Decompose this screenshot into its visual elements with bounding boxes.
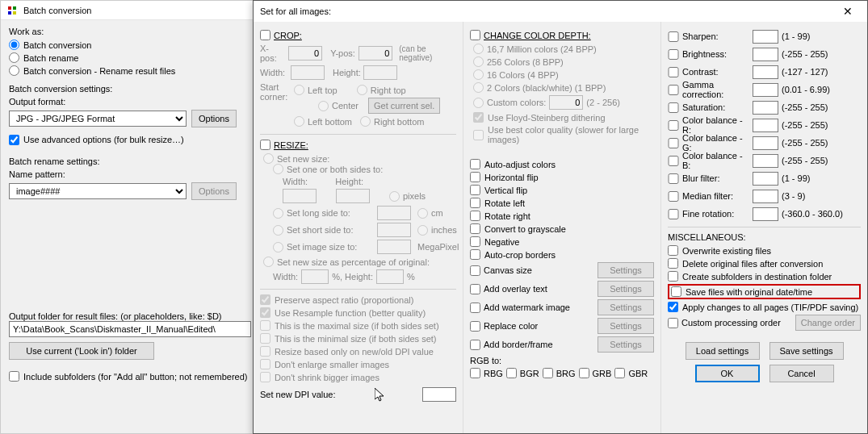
radio-16-colors (473, 69, 484, 80)
auto-crop-checkbox[interactable] (470, 249, 480, 260)
radio-batch-conversion[interactable] (9, 40, 19, 50)
gbr-checkbox[interactable] (614, 368, 625, 378)
adj-checkbox-1[interactable] (668, 49, 679, 60)
include-subfolders-checkbox[interactable] (9, 371, 19, 382)
svg-rect-0 (8, 6, 11, 10)
window-title: Batch conversion (23, 6, 91, 15)
radio-right-top (357, 85, 367, 95)
adj-checkbox-8[interactable] (668, 173, 679, 184)
output-folder-input[interactable] (9, 321, 251, 337)
adj-value-4[interactable] (753, 101, 778, 115)
adj-value-5[interactable] (753, 119, 778, 132)
dpi-resize-checkbox (260, 346, 270, 357)
adj-checkbox-9[interactable] (668, 191, 679, 202)
radio-16m-colors (473, 44, 484, 54)
rotate-right-checkbox[interactable] (470, 211, 480, 221)
overlay-text-checkbox[interactable] (470, 284, 480, 294)
radio-right-bottom (360, 116, 371, 127)
cancel-button[interactable]: Cancel (769, 365, 834, 382)
brg-checkbox[interactable] (543, 368, 553, 378)
adj-value-0[interactable] (753, 30, 778, 44)
long-side-input (377, 206, 411, 220)
radio-batch-rename[interactable] (9, 52, 19, 63)
adjustment-row: Sharpen:(1 - 99) (668, 28, 861, 44)
apply-all-pages-checkbox[interactable] (668, 302, 678, 312)
ypos-input (359, 46, 392, 61)
adjustment-row: Median filter:(3 - 9) (668, 188, 861, 204)
negative-checkbox[interactable] (470, 236, 480, 247)
adj-checkbox-10[interactable] (668, 209, 679, 219)
crop-checkbox[interactable] (260, 30, 270, 40)
border-settings-button: Settings (598, 336, 654, 353)
save-original-date-checkbox[interactable] (671, 286, 681, 297)
advanced-options-checkbox[interactable] (9, 135, 19, 145)
adj-value-3[interactable] (753, 83, 778, 97)
radio-set-short (273, 225, 283, 236)
custom-order-checkbox[interactable] (668, 318, 678, 328)
resize-width-input (283, 189, 317, 203)
canvas-settings-button: Settings (598, 262, 654, 278)
radio-set-new-size (263, 153, 274, 164)
vflip-checkbox[interactable] (470, 185, 480, 195)
delete-original-checkbox[interactable] (668, 258, 678, 269)
radio-center (318, 101, 329, 111)
grayscale-checkbox[interactable] (470, 223, 480, 234)
create-subfolders-checkbox[interactable] (668, 271, 678, 282)
max-size-checkbox (260, 320, 270, 331)
xpos-input (288, 46, 322, 61)
radio-set-one-both (273, 164, 283, 174)
adj-checkbox-7[interactable] (668, 156, 679, 166)
save-settings-button[interactable]: Save settings (769, 342, 844, 360)
adj-checkbox-2[interactable] (668, 67, 679, 77)
change-color-depth-checkbox[interactable] (470, 30, 480, 40)
overwrite-checkbox[interactable] (668, 245, 678, 256)
name-pattern-select[interactable]: image#### (9, 183, 187, 199)
adj-value-10[interactable] (753, 207, 778, 221)
adjustment-row: Color balance - B:(-255 - 255) (668, 152, 861, 169)
svg-rect-1 (13, 6, 16, 10)
rbg-checkbox[interactable] (470, 368, 480, 378)
adj-value-2[interactable] (753, 65, 778, 79)
adj-value-8[interactable] (753, 172, 778, 186)
radio-batch-conversion-rename[interactable] (9, 65, 19, 76)
best-quality-checkbox (473, 130, 484, 140)
radio-set-img-size (273, 242, 283, 252)
bgr-checkbox[interactable] (506, 368, 517, 378)
load-settings-button[interactable]: Load settings (686, 342, 760, 360)
adj-checkbox-4[interactable] (668, 102, 679, 113)
svg-rect-2 (8, 11, 11, 15)
short-side-input (377, 223, 411, 237)
adj-value-1[interactable] (753, 48, 778, 61)
resize-height-input (336, 189, 370, 203)
adj-checkbox-5[interactable] (668, 120, 679, 131)
grb-checkbox[interactable] (579, 368, 589, 378)
ok-button[interactable]: OK (695, 365, 760, 382)
hflip-checkbox[interactable] (470, 172, 480, 182)
replace-color-checkbox[interactable] (470, 321, 480, 332)
rotate-left-checkbox[interactable] (470, 198, 480, 208)
crop-height-input (363, 65, 397, 80)
image-size-input (377, 240, 411, 254)
adj-checkbox-6[interactable] (668, 138, 679, 148)
resize-checkbox[interactable] (260, 140, 270, 150)
no-shrink-checkbox (260, 372, 270, 382)
border-checkbox[interactable] (470, 340, 480, 350)
auto-adjust-checkbox[interactable] (470, 159, 480, 169)
adj-value-7[interactable] (753, 154, 778, 168)
adj-checkbox-3[interactable] (668, 85, 679, 95)
watermark-checkbox[interactable] (470, 303, 480, 313)
dpi-input[interactable] (422, 387, 456, 402)
adj-value-6[interactable] (753, 136, 778, 150)
rgb-to-label: RGB to: (470, 356, 654, 365)
radio-custom-colors (473, 98, 484, 108)
close-button[interactable]: ✕ (835, 2, 861, 20)
use-current-folder-button[interactable]: Use current ('Look in') folder (9, 342, 154, 360)
overlay-settings-button: Settings (598, 281, 654, 297)
adjustment-row: Contrast:(-127 - 127) (668, 64, 861, 80)
options-button[interactable]: Options (191, 110, 237, 127)
output-format-select[interactable]: JPG - JPG/JPEG Format (9, 111, 187, 127)
adj-value-9[interactable] (753, 190, 778, 203)
canvas-size-checkbox[interactable] (470, 265, 480, 276)
adj-checkbox-0[interactable] (668, 31, 679, 42)
radio-cm (417, 208, 428, 219)
